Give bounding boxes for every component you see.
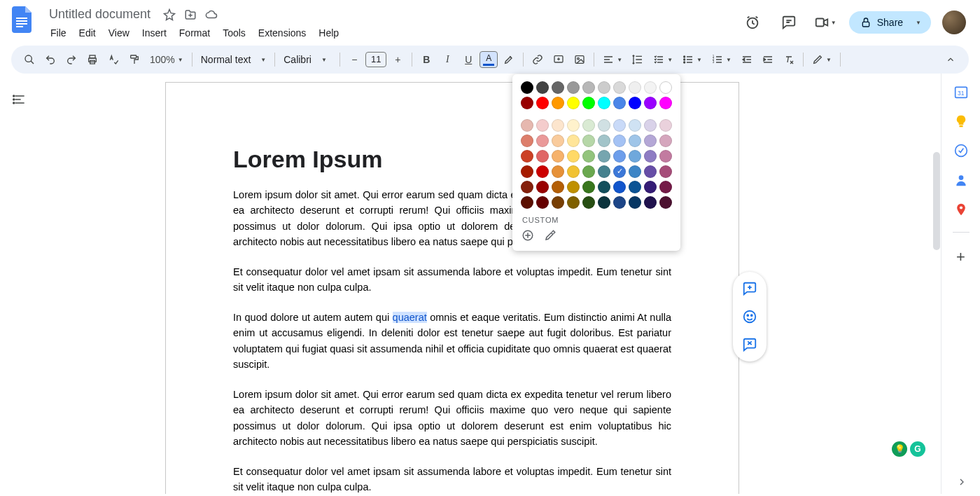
color-swatch[interactable] — [644, 135, 657, 147]
increase-indent-icon[interactable] — [758, 50, 778, 69]
grammarly-icon[interactable]: G — [910, 441, 925, 457]
cloud-status-icon[interactable] — [205, 8, 218, 21]
color-swatch[interactable] — [659, 135, 672, 147]
color-swatch[interactable] — [567, 119, 580, 132]
color-swatch[interactable] — [598, 150, 610, 163]
color-swatch[interactable] — [567, 165, 580, 178]
color-swatch[interactable] — [536, 119, 549, 132]
redo-icon[interactable] — [62, 50, 81, 69]
meet-button[interactable]: ▼ — [813, 10, 838, 35]
suggest-edits-float-icon[interactable] — [737, 332, 762, 357]
insert-link-icon[interactable] — [528, 50, 547, 69]
color-swatch[interactable] — [644, 81, 657, 94]
bulleted-list-dropdown[interactable]: ▼ — [678, 50, 706, 69]
color-swatch[interactable] — [644, 165, 657, 178]
zoom-dropdown[interactable]: 100%▼ — [146, 50, 188, 69]
color-swatch[interactable] — [582, 181, 595, 193]
menu-view[interactable]: View — [103, 25, 135, 41]
color-swatch[interactable] — [582, 97, 595, 109]
color-swatch[interactable] — [536, 81, 549, 94]
add-custom-color-icon[interactable] — [521, 228, 535, 242]
decrease-indent-icon[interactable] — [737, 50, 757, 69]
color-swatch[interactable] — [613, 135, 626, 147]
color-swatch[interactable] — [552, 119, 564, 132]
color-swatch[interactable] — [582, 165, 595, 178]
text-color-button[interactable]: A — [479, 51, 498, 68]
color-swatch[interactable] — [629, 165, 641, 178]
editing-mode-dropdown[interactable]: ▼ — [808, 50, 836, 69]
color-swatch[interactable] — [644, 196, 657, 209]
line-spacing-dropdown[interactable] — [628, 50, 648, 69]
grammarly-widget[interactable]: 💡 G — [892, 441, 925, 457]
color-swatch[interactable] — [613, 150, 626, 163]
color-swatch[interactable] — [629, 81, 641, 94]
color-swatch[interactable] — [598, 135, 610, 147]
collapse-side-panel-icon[interactable] — [956, 476, 967, 488]
color-swatch[interactable] — [659, 165, 672, 178]
color-swatch[interactable] — [552, 81, 564, 94]
clear-formatting-icon[interactable] — [779, 50, 799, 69]
color-swatch[interactable] — [598, 81, 610, 94]
spellcheck-icon[interactable] — [104, 50, 123, 69]
color-swatch[interactable] — [521, 150, 533, 163]
color-swatch[interactable] — [598, 97, 610, 109]
checklist-dropdown[interactable]: ▼ — [649, 50, 677, 69]
undo-icon[interactable] — [41, 50, 60, 69]
color-swatch[interactable] — [613, 97, 626, 109]
vertical-scrollbar[interactable] — [932, 152, 941, 494]
menu-help[interactable]: Help — [313, 25, 344, 41]
color-swatch[interactable] — [567, 181, 580, 193]
align-dropdown[interactable]: ▼ — [598, 50, 626, 69]
color-swatch[interactable] — [567, 97, 580, 109]
color-swatch[interactable] — [536, 165, 549, 178]
menu-file[interactable]: File — [45, 25, 72, 41]
color-swatch[interactable] — [536, 135, 549, 147]
tasks-app-icon[interactable] — [954, 144, 968, 158]
color-swatch[interactable] — [613, 119, 626, 132]
color-swatch[interactable] — [644, 181, 657, 193]
color-swatch[interactable] — [659, 81, 672, 94]
decrease-font-icon[interactable]: − — [344, 50, 364, 69]
color-swatch[interactable] — [552, 150, 564, 163]
color-swatch[interactable] — [644, 119, 657, 132]
color-swatch[interactable] — [582, 81, 595, 94]
color-swatch[interactable] — [613, 81, 626, 94]
italic-icon[interactable]: I — [438, 50, 457, 69]
print-icon[interactable] — [83, 50, 102, 69]
highlight-color-icon[interactable] — [499, 50, 519, 69]
paint-format-icon[interactable] — [125, 50, 144, 69]
color-swatch[interactable] — [659, 119, 672, 132]
color-swatch[interactable] — [629, 119, 641, 132]
bold-icon[interactable]: B — [416, 50, 436, 69]
keep-app-icon[interactable] — [954, 114, 968, 128]
color-swatch[interactable] — [536, 150, 549, 163]
color-swatch[interactable] — [567, 135, 580, 147]
color-swatch[interactable] — [521, 97, 533, 109]
hide-menus-icon[interactable] — [941, 50, 960, 69]
maps-app-icon[interactable] — [954, 202, 968, 216]
color-swatch[interactable] — [521, 119, 533, 132]
color-swatch[interactable] — [659, 97, 672, 109]
color-swatch[interactable] — [644, 150, 657, 163]
color-swatch[interactable] — [536, 196, 549, 209]
last-edit-icon[interactable] — [740, 10, 765, 35]
color-swatch[interactable] — [552, 165, 564, 178]
color-swatch[interactable] — [629, 181, 641, 193]
color-swatch[interactable] — [644, 97, 657, 109]
color-swatch[interactable] — [521, 181, 533, 193]
menu-extensions[interactable]: Extensions — [253, 25, 312, 41]
color-swatch[interactable] — [598, 165, 610, 178]
increase-font-icon[interactable]: + — [388, 50, 407, 69]
star-icon[interactable] — [163, 8, 176, 21]
color-swatch[interactable] — [613, 165, 626, 178]
move-icon[interactable] — [184, 8, 197, 21]
underline-icon[interactable]: U — [458, 50, 478, 69]
paragraph-style-dropdown[interactable]: Normal text▼ — [197, 54, 271, 65]
color-swatch[interactable] — [536, 97, 549, 109]
color-swatch[interactable] — [521, 81, 533, 94]
search-menus-icon[interactable] — [20, 50, 39, 69]
font-size-input[interactable]: 11 — [365, 52, 386, 67]
color-swatch[interactable] — [582, 150, 595, 163]
get-addons-icon[interactable]: + — [956, 248, 965, 266]
color-swatch[interactable] — [567, 150, 580, 163]
